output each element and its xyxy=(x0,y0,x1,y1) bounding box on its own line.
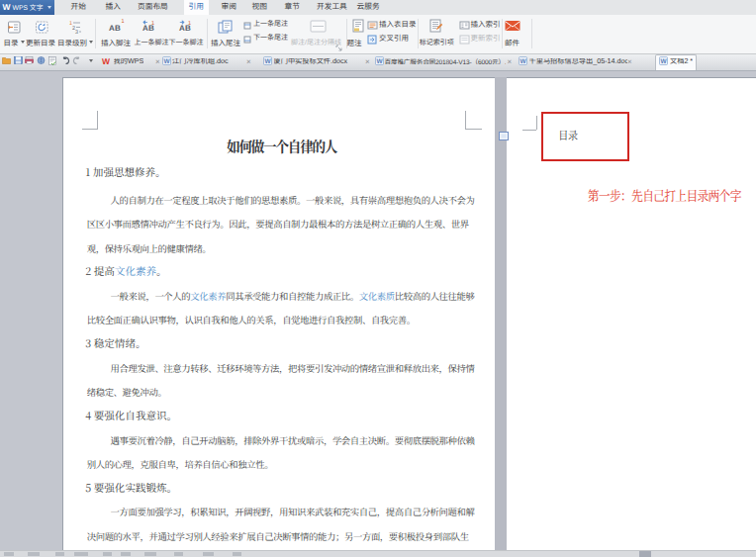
svg-text:W: W xyxy=(660,58,667,65)
svg-text:W: W xyxy=(376,58,383,65)
svg-text:1: 1 xyxy=(151,20,154,24)
svg-text:W: W xyxy=(264,58,271,65)
svg-text:W: W xyxy=(163,58,170,65)
svg-text:1: 1 xyxy=(188,20,191,24)
svg-text:3: 3 xyxy=(75,30,78,34)
svg-text:W: W xyxy=(520,58,526,65)
